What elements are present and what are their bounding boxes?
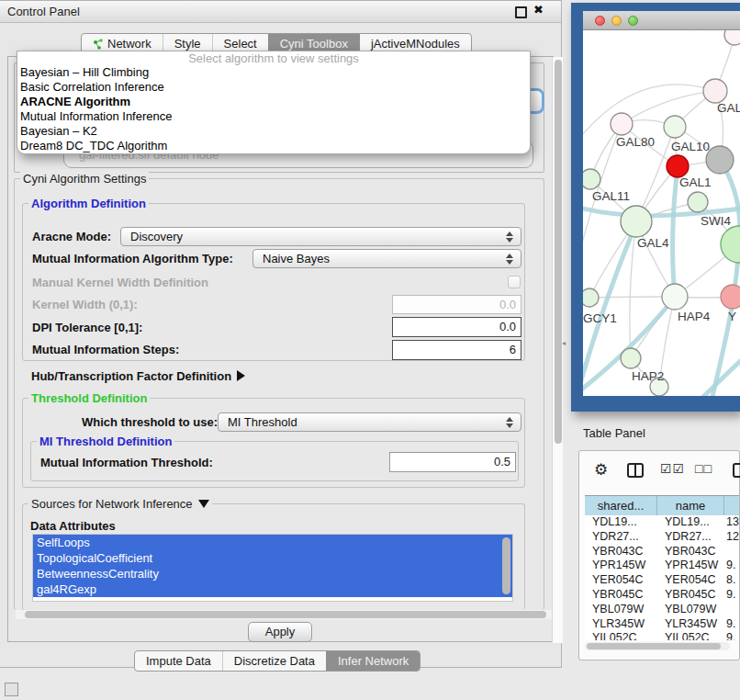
minimize-traffic-light-icon[interactable] [611, 16, 622, 26]
close-icon[interactable]: ✖ [533, 3, 544, 17]
mi-steps-field[interactable]: 6 [392, 340, 521, 360]
node-label: SWI4 [701, 214, 731, 228]
node-gal11 [583, 169, 600, 189]
table-row[interactable]: YDR27...YDR27...12 [585, 530, 739, 545]
scrollbar-thumb[interactable] [25, 611, 546, 618]
table-panel: ⚙ ☑☑ □□ shared... name YDL19...YDL19...1… [578, 450, 740, 660]
network-node-labels: GAL GAL80 GAL10 GAL1 GAL11 SWI4 GAL4 GCY… [583, 101, 740, 383]
network-view-window[interactable]: GAL GAL80 GAL10 GAL1 GAL11 SWI4 GAL4 GCY… [571, 3, 740, 412]
data-attributes-list[interactable]: SelfLoops TopologicalCoefficient Between… [32, 534, 513, 602]
node-gal7-pink [703, 79, 727, 103]
aracne-mode-combo[interactable]: Discovery [120, 227, 521, 246]
algorithm-dropdown-placeholder: Select algorithm to view settings [17, 51, 530, 65]
table-row[interactable]: YPR145WYPR145W9. [585, 559, 739, 573]
dpi-tolerance-field[interactable]: 0.0 [392, 317, 521, 337]
node-gal80 [611, 113, 633, 135]
column-header-name[interactable]: name [657, 496, 724, 516]
algorithm-dropdown-popup: Select algorithm to view settings Bayesi… [17, 51, 531, 154]
node-label: HAP4 [678, 310, 711, 323]
table-row[interactable]: YIL052CYIL052C9. [585, 631, 739, 640]
settings-horizontal-scrollbar[interactable] [16, 610, 552, 619]
settings-vertical-scrollbar[interactable] [552, 57, 563, 643]
node-label: GAL10 [671, 140, 710, 153]
data-attributes-label: Data Attributes [30, 519, 116, 533]
apply-button[interactable]: Apply [248, 622, 312, 642]
table-panel-title: Table Panel [583, 426, 645, 440]
node-salmon [721, 285, 740, 309]
table-body[interactable]: YDL19...YDL19...13 YDR27...YDR27...12 YB… [585, 515, 739, 640]
spinner-arrows-icon [506, 417, 513, 428]
zoom-traffic-light-icon[interactable] [628, 16, 638, 26]
node-hap4 [662, 284, 688, 310]
list-scrollbar[interactable] [502, 537, 510, 594]
node-label: GAL11 [592, 189, 630, 203]
column-header-partial[interactable] [724, 496, 739, 516]
settings-group-title: Cyni Algorithm Settings [20, 172, 149, 186]
close-traffic-light-icon[interactable] [595, 16, 605, 26]
select-all-icon[interactable]: ☑☑ [660, 461, 685, 476]
aracne-mode-label: Aracne Mode: [32, 230, 111, 243]
scrollbar-thumb[interactable] [555, 60, 562, 444]
split-pane-handle[interactable]: ◂ [562, 339, 566, 347]
spinner-arrows-icon [506, 231, 513, 243]
table-row[interactable]: YER054CYER054C8. [585, 573, 739, 588]
node-gal1-red [667, 155, 689, 177]
tab-discretize-data[interactable]: Discretize Data [222, 651, 326, 671]
dropdown-item[interactable]: Bayesian – Hill Climbing [17, 65, 530, 80]
hub-tf-definition-expander[interactable]: Hub/Transcription Factor Definition [31, 369, 245, 383]
node-top-partial [724, 30, 740, 45]
node-label: HAP2 [632, 369, 664, 383]
dropdown-item[interactable]: Mutual Information Inference [17, 109, 530, 124]
node-gray [706, 146, 734, 174]
list-item[interactable]: gal4RGexp [33, 581, 512, 597]
network-canvas[interactable]: GAL GAL80 GAL10 GAL1 GAL11 SWI4 GAL4 GCY… [583, 30, 740, 396]
algorithm-definition-group: Algorithm Definition Aracne Mode: Discov… [22, 203, 525, 361]
table-horizontal-scrollbar[interactable] [585, 642, 730, 650]
collapsed-panel-icon[interactable] [5, 683, 18, 696]
kernel-width-label: Kernel Width (0,1): [32, 298, 138, 311]
network-tab-icon [93, 39, 104, 50]
table-toolbar: ⚙ ☑☑ □□ [579, 458, 739, 484]
table-row[interactable]: YDL19...YDL19...13 [585, 515, 739, 530]
mi-threshold-definition-title: MI Threshold Definition [37, 435, 174, 448]
node-label: GCY1 [583, 311, 617, 325]
kernel-width-field[interactable]: 0.0 [392, 295, 521, 314]
mi-algorithm-type-combo[interactable]: Naive Bayes [252, 249, 521, 268]
dropdown-item[interactable]: Dream8 DC_TDC Algorithm [17, 139, 530, 153]
which-threshold-combo[interactable]: MI Threshold [218, 412, 521, 432]
table-row[interactable]: YLR345WYLR345W9. [585, 617, 739, 632]
which-threshold-value: MI Threshold [228, 413, 521, 432]
dropdown-item[interactable]: Bayesian – K2 [17, 124, 530, 139]
list-item[interactable]: BetweennessCentrality [33, 566, 512, 581]
deselect-all-icon[interactable]: □□ [695, 461, 712, 476]
aracne-mode-value: Discovery [130, 228, 521, 246]
threshold-definition-group: Threshold Definition Which threshold to … [22, 398, 525, 488]
node-gal4 [621, 206, 652, 237]
gear-icon[interactable]: ⚙ [594, 460, 608, 480]
dropdown-item[interactable]: Basic Correlation Inference [17, 80, 530, 95]
dropdown-item-selected[interactable]: ARACNE Algorithm [17, 95, 530, 109]
node-label: GAL1 [679, 175, 712, 189]
float-window-icon[interactable] [515, 6, 527, 18]
table-row[interactable]: YBR043CYBR043C [585, 545, 739, 559]
table-row[interactable]: YBR045CYBR045C9. [585, 588, 739, 603]
columns-icon[interactable] [627, 463, 644, 478]
sources-group-title[interactable]: Sources for Network Inference [28, 497, 212, 511]
mi-threshold-definition-group: MI Threshold Definition Mutual Informati… [30, 441, 519, 481]
node-label: GAL [717, 101, 740, 115]
list-item[interactable]: TopologicalCoefficient [33, 550, 512, 566]
tab-impute-data[interactable]: Impute Data [135, 651, 222, 671]
table-row[interactable]: YBL079WYBL079W [585, 603, 739, 617]
list-item[interactable]: SelfLoops [33, 535, 512, 550]
tab-infer-network[interactable]: Infer Network [326, 651, 420, 671]
threshold-definition-title: Threshold Definition [28, 391, 150, 405]
table-header-row: shared... name [585, 495, 739, 517]
chevron-right-icon [237, 370, 245, 381]
network-window-titlebar[interactable] [583, 11, 740, 30]
column-header-shared[interactable]: shared... [585, 496, 657, 516]
manual-kernel-checkbox[interactable] [508, 276, 521, 288]
new-column-icon[interactable] [733, 463, 740, 478]
mi-threshold-field[interactable]: 0.5 [389, 452, 516, 472]
scrollbar-thumb[interactable] [587, 643, 721, 649]
algorithm-definition-title: Algorithm Definition [28, 197, 149, 210]
